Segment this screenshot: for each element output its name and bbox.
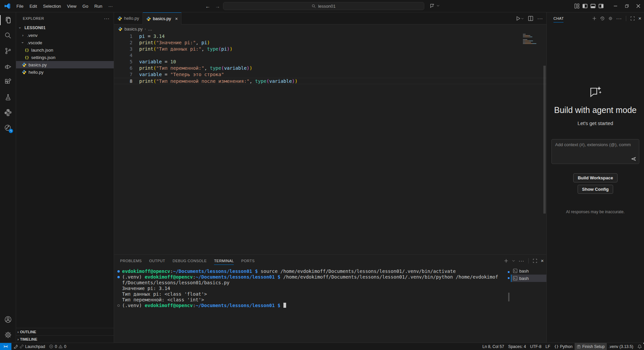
breadcrumb[interactable]: basics.py › … [114,24,546,33]
restore-button[interactable] [621,0,633,12]
editor-more-actions[interactable]: ··· [537,16,543,21]
chat-tab[interactable]: CHAT [553,12,592,24]
editor-scrollbar[interactable] [543,66,546,214]
tree-item-launch-json[interactable]: {} launch.json [16,46,114,54]
tree-item-venv[interactable]: › .venv [16,32,114,39]
pending-update-clock-icon [9,129,13,133]
panel-tab-terminal[interactable]: TERMINAL [214,255,234,267]
tree-item-hello-py[interactable]: hello.py [16,68,114,76]
new-terminal-icon[interactable] [504,258,508,263]
activitybar-jupyter[interactable] [0,120,16,136]
close-panel-icon[interactable]: × [541,258,544,264]
tree-root-lesson01[interactable]: › LESSON01 [16,24,114,32]
tab-basics-py[interactable]: basics.py × [143,12,181,24]
panel-tab-output[interactable]: OUTPUT [149,255,165,267]
send-icon[interactable] [631,156,636,162]
cursor-position[interactable]: Ln 8, Col 57 [480,343,506,350]
close-window-button[interactable] [633,0,644,12]
chevron-down-icon: › [18,27,22,28]
sidebar-section-timeline[interactable]: › TIMELINE [16,335,114,343]
close-tab-icon[interactable]: × [175,16,178,21]
panel-tab-problems[interactable]: PROBLEMS [120,255,142,267]
minimize-button[interactable] [610,0,621,12]
copilot-menu-button[interactable] [429,3,440,9]
menu-file[interactable]: File [13,2,26,10]
panel-tab-ports[interactable]: PORTS [241,255,255,267]
terminal-scrollbar[interactable] [507,267,511,343]
explorer-sidebar: EXPLORER ··· › LESSON01 › .venv › .vscod… [16,12,114,343]
remote-indicator[interactable]: >< [0,343,11,350]
editor-tab-bar: hello.py basics.py × ··· [114,12,546,24]
chat-panel: CHAT ··· × [546,12,644,343]
chat-input-box[interactable] [551,139,639,164]
menu-more[interactable]: ··· [105,2,116,10]
panel-more-actions[interactable]: ··· [519,258,524,264]
menu-edit[interactable]: Edit [26,2,40,10]
menu-view[interactable]: View [64,2,79,10]
chat-input[interactable] [555,142,636,154]
tree-item-basics-py[interactable]: basics.py [16,61,114,68]
split-editor-icon[interactable] [528,16,533,21]
code-editor[interactable]: 1pi = 3.14 2print("Значение pi:", pi) 3p… [114,33,546,254]
activitybar-search[interactable] [0,28,16,43]
search-command-center[interactable]: lesson01 [223,2,424,10]
python-interpreter[interactable]: .venv (3.13.5) [607,343,635,350]
customize-layout-icon[interactable] [574,3,580,9]
language-mode[interactable]: {} Python [552,343,575,350]
explorer-more-actions[interactable]: ··· [104,16,110,21]
activitybar-run-debug[interactable] [0,59,16,74]
eol-sequence[interactable]: LF [543,343,552,350]
chevron-right-icon: › [17,337,19,341]
code-line: 1pi = 3.14 [114,33,546,40]
activitybar-testing[interactable] [0,90,16,105]
python-file-icon [146,16,151,21]
chevron-down-icon[interactable] [512,259,515,262]
chat-history-icon[interactable] [600,16,605,21]
panel-tab-debug-console[interactable]: DEBUG CONSOLE [173,255,207,267]
terminal-instance-bash-1[interactable]: bash [511,267,546,275]
tree-item-settings-json[interactable]: {} settings.json [16,54,114,61]
warnings-icon [58,344,63,349]
menu-go[interactable]: Go [79,2,91,10]
activitybar-extensions[interactable] [0,74,16,90]
back-arrow-icon[interactable]: ← [205,3,210,9]
chat-more-actions[interactable]: ··· [616,16,622,21]
build-workspace-button[interactable]: Build Workspace [573,173,617,182]
run-python-file-button[interactable] [516,16,524,21]
toggle-primary-sidebar-icon[interactable] [582,3,588,9]
toggle-panel-icon[interactable] [590,3,596,9]
problems-status-item[interactable]: 0 0 [47,343,68,350]
tab-hello-py[interactable]: hello.py [114,12,143,24]
activitybar-explorer[interactable] [0,12,16,28]
bottom-panel: PROBLEMS OUTPUT DEBUG CONSOLE TERMINAL P… [114,254,546,343]
sidebar-section-outline[interactable]: › OUTLINE [16,328,114,335]
close-chat-icon[interactable]: × [638,15,641,21]
json-file-icon: {} [24,47,30,53]
breadcrumb-more[interactable]: … [148,26,152,32]
title-bar: File Edit Selection View Go Run ··· ← → … [0,0,644,12]
launchpad-status-item[interactable]: Launchpad [11,343,47,350]
encoding[interactable]: UTF-8 [528,343,543,350]
activitybar-account[interactable] [0,312,16,327]
menu-selection[interactable]: Selection [40,2,64,10]
chat-settings-gear-icon[interactable] [608,16,613,21]
terminal-instance-bash-2[interactable]: bash [511,275,546,282]
activitybar-source-control[interactable] [0,43,16,59]
indentation[interactable]: Spaces: 4 [506,343,528,350]
finish-setup-status-item[interactable]: Finish Setup [575,343,607,350]
tree-item-vscode[interactable]: › .vscode [16,39,114,46]
new-chat-icon[interactable] [592,16,597,21]
menu-run[interactable]: Run [91,2,105,10]
breadcrumb-file[interactable]: basics.py [124,26,143,32]
forward-arrow-icon[interactable]: → [215,3,220,9]
maximize-chat-icon[interactable] [630,16,635,21]
activitybar-settings[interactable] [0,327,16,343]
minimap[interactable] [523,34,541,45]
terminal[interactable]: evdokimoff@opencv:~/Documents/lessons/le… [114,267,507,343]
maximize-panel-icon[interactable] [533,258,537,263]
activitybar-python[interactable] [0,105,16,120]
warning-count: 0 [64,344,66,349]
notifications-bell[interactable] [635,343,644,350]
show-config-button[interactable]: Show Config [578,185,613,194]
toggle-secondary-sidebar-icon[interactable] [598,3,604,9]
